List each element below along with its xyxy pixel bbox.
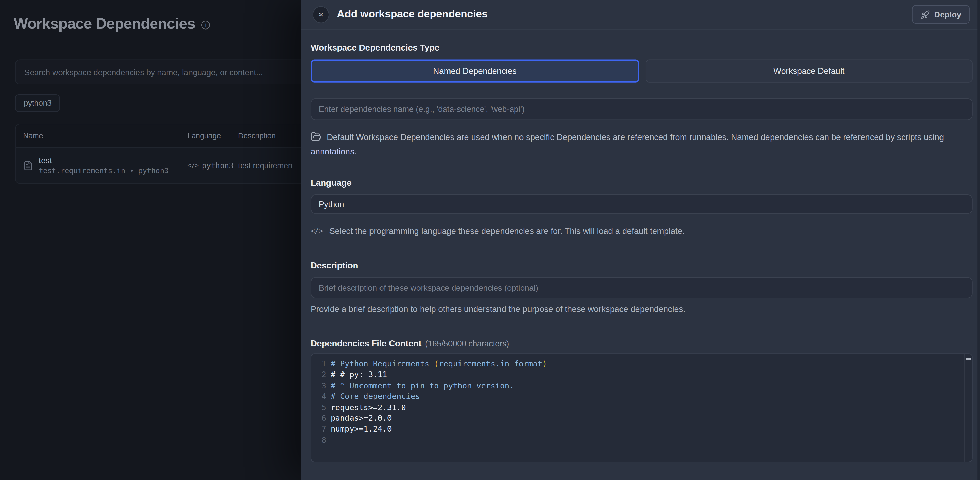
code-line: 3# ^ Uncomment to pin to python version.	[311, 380, 972, 391]
editor-scrollbar-thumb[interactable]	[966, 358, 971, 360]
language-section-label: Language	[310, 177, 351, 188]
code-line: 8	[311, 435, 972, 445]
dependencies-file-editor[interactable]: 1# Python Requirements (requirements.in …	[310, 353, 972, 462]
language-helper: </> Select the programming language thes…	[310, 226, 972, 236]
close-icon: ×	[318, 10, 324, 19]
cell-name: test test.requirements.in • python3	[16, 156, 188, 175]
code-line: 4# Core dependencies	[311, 391, 972, 402]
type-toggle-group: Named Dependencies Workspace Default	[310, 59, 972, 83]
dependency-name: test	[39, 156, 169, 165]
type-option-named-dependencies[interactable]: Named Dependencies	[310, 59, 639, 83]
code-lines: 1# Python Requirements (requirements.in …	[311, 354, 972, 445]
description-section-label: Description	[310, 260, 358, 270]
code-line: 6pandas>=2.0.0	[311, 413, 972, 424]
info-icon[interactable]: i	[202, 20, 210, 29]
file-text-icon	[23, 160, 33, 171]
deploy-label: Deploy	[934, 10, 961, 19]
column-header-language: Language	[188, 131, 238, 140]
file-content-label: Dependencies File Content	[310, 338, 421, 348]
file-content-label-row: Dependencies File Content (165/50000 cha…	[310, 338, 509, 348]
code-icon: </>	[310, 227, 323, 235]
description-helper: Provide a brief description to help othe…	[310, 305, 972, 314]
rocket-icon	[921, 10, 930, 19]
dependency-meta: test.requirements.in • python3	[39, 166, 169, 175]
type-option-workspace-default[interactable]: Workspace Default	[645, 59, 972, 83]
modal-title: Add workspace dependencies	[337, 8, 488, 21]
add-workspace-dependencies-modal: × Add workspace dependencies Deploy Work…	[301, 0, 980, 480]
page-title: Workspace Dependencies	[14, 15, 196, 33]
editor-scrollbar-track[interactable]	[964, 354, 965, 461]
deploy-button[interactable]: Deploy	[912, 5, 970, 24]
language-select[interactable]: Python	[310, 195, 972, 214]
code-line: 2# # py: 3.11	[311, 369, 972, 380]
dependencies-name-input[interactable]: Enter dependencies name (e.g., 'data-sci…	[310, 98, 972, 120]
column-header-name: Name	[16, 131, 188, 140]
code-icon: </>	[188, 162, 199, 169]
default-dependencies-info: Default Workspace Dependencies are used …	[310, 131, 972, 158]
modal-scrollbar-track[interactable]	[977, 0, 980, 480]
modal-header: × Add workspace dependencies Deploy	[301, 0, 977, 30]
page-title-row: Workspace Dependencies i	[14, 15, 210, 33]
char-count: (165/50000 characters)	[425, 339, 509, 348]
description-input[interactable]: Brief description of these workspace dep…	[310, 277, 972, 298]
close-button[interactable]: ×	[313, 6, 329, 23]
search-placeholder: Search workspace dependencies by name, l…	[24, 67, 263, 77]
screen: Workspace Dependencies i Search workspac…	[0, 0, 980, 480]
annotations-link[interactable]: annotations	[310, 147, 354, 156]
folder-open-icon	[310, 131, 321, 146]
modal-body: Workspace Dependencies Type Named Depend…	[310, 30, 972, 480]
type-section-label: Workspace Dependencies Type	[310, 43, 439, 53]
code-line: 7numpy>=1.24.0	[311, 424, 972, 434]
code-line: 1# Python Requirements (requirements.in …	[311, 359, 972, 369]
code-line: 5requests>=2.31.0	[311, 402, 972, 413]
filter-chip-python3[interactable]: python3	[15, 94, 60, 112]
cell-language: </> python3	[188, 161, 238, 170]
